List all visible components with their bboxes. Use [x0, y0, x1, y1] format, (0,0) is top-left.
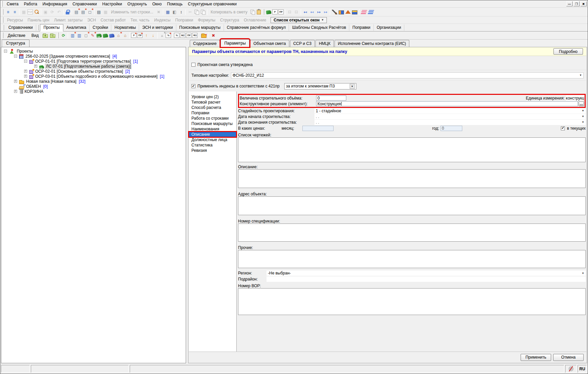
tab-normativy[interactable]: Нормативы: [111, 24, 139, 31]
tab-stroyki[interactable]: Стройки: [90, 24, 111, 31]
section-opisanie[interactable]: Описание: [189, 132, 236, 137]
restore-icon[interactable]: ❒: [573, 1, 580, 6]
tab-proekty[interactable]: Проекты: [40, 24, 63, 32]
tab-shablony-svodnyh[interactable]: Шаблоны Сводных Расчётов: [289, 24, 349, 31]
building-list-icon[interactable]: [76, 33, 82, 38]
tab-obektnaya-smeta[interactable]: Объектная смета: [250, 40, 289, 47]
tab-ssr-i-sz[interactable]: ССР и СЗ: [290, 40, 315, 47]
new-folder-icon[interactable]: [201, 34, 207, 38]
collapse-all-icon[interactable]: −: [50, 34, 55, 38]
expand-toggle-icon[interactable]: [14, 80, 17, 83]
region-select[interactable]: -Не выбран- ▼: [267, 270, 586, 276]
cut-icon[interactable]: [187, 9, 193, 15]
spec-textarea[interactable]: [238, 224, 586, 242]
layers-blue-icon[interactable]: [368, 10, 374, 14]
copy-house-icon[interactable]: [122, 33, 128, 38]
tab-ispolnenie-smety[interactable]: Исполнение Сметы контракта (ЕИС): [335, 40, 409, 47]
doc-pr2-icon[interactable]: [137, 33, 142, 38]
stage-select[interactable]: 1 - стадийное ▼: [314, 108, 586, 114]
description-textarea[interactable]: [238, 169, 586, 188]
section-naimenovaniya[interactable]: Наименования: [189, 126, 236, 132]
estimate-book-icon[interactable]: [266, 10, 271, 14]
delete-row-icon[interactable]: [287, 9, 293, 15]
close-icon[interactable]: ✖: [580, 1, 587, 6]
drawings-textarea[interactable]: [238, 137, 586, 162]
structure-tree-icon[interactable]: [5, 9, 11, 15]
menu-nastroyki[interactable]: Настройки: [100, 1, 125, 7]
expand-toggle-icon[interactable]: [24, 70, 27, 73]
add-house-icon[interactable]: [115, 33, 121, 38]
tab-spravochniki[interactable]: Справочники: [5, 24, 36, 31]
start-date-select[interactable]: . . ▼: [314, 114, 586, 119]
add-position-icon[interactable]: [73, 9, 79, 15]
toolbar-grip[interactable]: [2, 1, 3, 7]
transport-icon[interactable]: [352, 10, 357, 14]
vor-textarea[interactable]: [238, 288, 586, 315]
lock-row-icon[interactable]: [65, 9, 70, 15]
unit-input[interactable]: конструкция: [566, 96, 584, 101]
clipboard-icon[interactable]: [257, 10, 261, 14]
cancel-button[interactable]: Отмена: [553, 354, 584, 361]
menu-deystvie[interactable]: Действие: [5, 33, 28, 39]
section-reviziya[interactable]: Ревизия: [189, 148, 236, 153]
minimize-icon[interactable]: —: [566, 1, 573, 6]
section-poiskovye-marshruty[interactable]: Поисковые маршруты: [189, 121, 236, 126]
doc-p-icon[interactable]: [272, 9, 278, 14]
section-dolzhnostnye-lica[interactable]: Должностные лица: [189, 137, 236, 142]
add-document-icon[interactable]: [83, 33, 89, 38]
tab-esn-i-metodiki[interactable]: ЭСН и методики: [139, 24, 176, 31]
grid-f3-icon[interactable]: [192, 33, 197, 38]
panel-indeksy[interactable]: Индексы: [152, 18, 173, 22]
grid-percent-icon[interactable]: [174, 33, 179, 38]
section-statistika[interactable]: Статистика: [189, 142, 236, 148]
tree-item[interactable]: КОРЗИНА: [2, 89, 185, 94]
toolbar-grip[interactable]: [263, 9, 264, 15]
open-windows-button[interactable]: Список открытых окон ▼: [271, 17, 327, 23]
panel-esn[interactable]: ЭСН: [85, 18, 98, 22]
tab-popravki[interactable]: Поправки: [349, 24, 373, 31]
menu-spravochniki[interactable]: Справочники: [70, 1, 100, 7]
add-estimate-icon[interactable]: [103, 34, 108, 38]
tree-item[interactable]: ОСР-02-01 [Основные объекты строительств…: [2, 69, 185, 74]
tab-soderzhanie[interactable]: Содержание: [190, 40, 220, 47]
panel-resursy[interactable]: Ресурсы: [5, 18, 25, 22]
menu-otdohnut[interactable]: Отдохнуть: [125, 1, 150, 7]
toolbar-grip[interactable]: [38, 25, 39, 30]
paste-special-icon[interactable]: [200, 9, 205, 14]
panel-panel-cen[interactable]: Панель цен: [25, 18, 52, 22]
grid-m2-icon[interactable]: [180, 33, 185, 38]
tab-organizacii[interactable]: Организации: [374, 24, 405, 31]
month-input[interactable]: [302, 126, 334, 131]
tab-struktura[interactable]: Структура: [2, 40, 30, 47]
group-rows-icon[interactable]: [103, 9, 109, 15]
collapse-toggle-icon[interactable]: [24, 60, 27, 63]
clear-row-type-icon[interactable]: [156, 9, 162, 15]
panel-limit-zatraty[interactable]: Лимит. затраты: [52, 18, 85, 22]
tower-icon[interactable]: [159, 33, 165, 38]
panel-teh-chast[interactable]: Тех. часть: [128, 18, 152, 22]
refresh-icon[interactable]: [49, 9, 55, 15]
expand-toggle-icon[interactable]: [14, 90, 17, 93]
excel-export-icon[interactable]: [21, 9, 27, 15]
section-sposob-rascheta[interactable]: Способ расчета: [189, 105, 236, 110]
machines-icon[interactable]: [339, 10, 344, 14]
toolbar-grip[interactable]: [3, 25, 4, 30]
collapse-toggle-icon[interactable]: [14, 55, 17, 58]
other-textarea[interactable]: [238, 250, 586, 268]
current-prices-checkbox[interactable]: [561, 126, 565, 130]
tree-item[interactable]: Проекты: [2, 49, 185, 54]
menu-vid[interactable]: Вид: [28, 33, 42, 39]
save-icon[interactable]: [43, 9, 49, 15]
percent-doc-icon[interactable]: [166, 33, 171, 38]
end-date-select[interactable]: . . ▼: [314, 120, 586, 125]
add-blue-book-icon[interactable]: [109, 34, 115, 38]
year-input[interactable]: 0: [440, 126, 462, 131]
approved-checkbox[interactable]: [191, 63, 195, 67]
add-section-icon[interactable]: [80, 9, 86, 15]
language-indicator[interactable]: RU: [578, 365, 587, 373]
toolbar-grip[interactable]: [2, 17, 3, 23]
apply-indexes-checkbox[interactable]: [191, 84, 195, 88]
menu-rabota[interactable]: Работа: [21, 1, 40, 7]
section-urovni-cen[interactable]: Уровни цен (2): [189, 94, 236, 100]
indexes-mode-select[interactable]: за итогом к элементам ПЗ ▼: [284, 83, 356, 89]
